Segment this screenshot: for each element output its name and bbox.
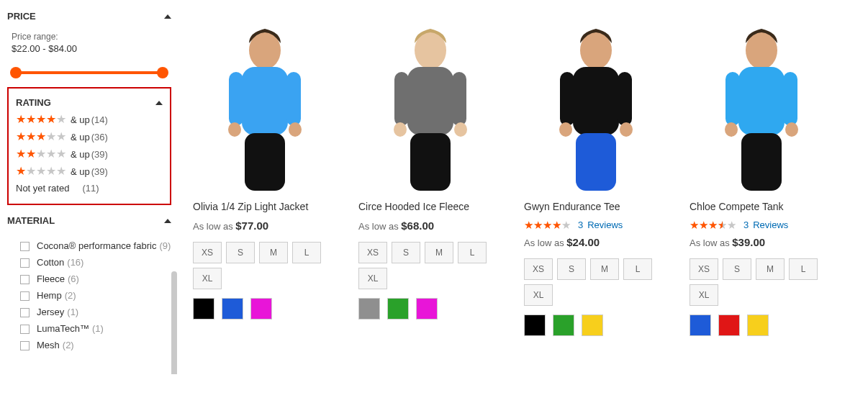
reviews-label: Reviews <box>587 219 623 230</box>
color-swatch[interactable] <box>358 298 380 320</box>
material-option[interactable]: LumaTech™ (1) <box>20 323 171 334</box>
color-swatch[interactable] <box>582 314 603 336</box>
size-swatch[interactable]: M <box>259 242 288 263</box>
size-swatch[interactable]: XS <box>193 242 222 263</box>
size-swatch[interactable]: S <box>723 258 751 280</box>
material-label: LumaTech™ <box>37 323 89 334</box>
size-swatch[interactable]: XS <box>690 258 718 280</box>
svg-point-29 <box>725 122 738 137</box>
svg-point-21 <box>559 122 572 137</box>
material-option[interactable]: Mesh (2) <box>20 340 171 350</box>
product-image[interactable] <box>690 11 833 191</box>
svg-rect-3 <box>229 72 243 126</box>
svg-point-14 <box>454 122 467 137</box>
product-name[interactable]: Chloe Compete Tank <box>690 201 833 212</box>
color-swatch[interactable] <box>416 298 438 320</box>
color-swatch[interactable] <box>387 298 409 320</box>
rating-filter-4-star[interactable]: ★★★★★& up (14) <box>16 114 163 125</box>
size-swatch[interactable]: S <box>226 242 255 263</box>
star-icon: ★ <box>26 131 36 142</box>
color-swatch[interactable] <box>524 314 546 336</box>
rating-count: (39) <box>91 149 108 160</box>
product-reviews[interactable]: ★★★★★3Reviews <box>524 219 668 230</box>
product-name[interactable]: Olivia 1/4 Zip Light Jacket <box>193 201 337 212</box>
material-label: Cocona® performance fabric <box>37 240 156 251</box>
and-up-label: & up <box>71 132 90 142</box>
checkbox-icon[interactable] <box>20 325 30 334</box>
star-icon: ★ <box>16 148 26 160</box>
color-swatch[interactable] <box>193 298 214 320</box>
price-slider-handle-min[interactable] <box>10 67 22 78</box>
size-swatch[interactable]: L <box>789 258 818 280</box>
svg-point-6 <box>289 122 302 137</box>
filter-price-header[interactable]: Price <box>7 11 171 22</box>
color-swatch[interactable] <box>222 298 243 320</box>
product-name[interactable]: Circe Hooded Ice Fleece <box>358 201 502 212</box>
size-swatch[interactable]: M <box>756 258 785 280</box>
size-swatch[interactable]: XL <box>193 268 222 289</box>
size-swatch[interactable]: L <box>458 242 487 263</box>
checkbox-icon[interactable] <box>20 291 30 301</box>
star-icon: ★ <box>533 219 543 230</box>
svg-rect-7 <box>245 133 285 191</box>
reviews-label: Reviews <box>753 219 788 230</box>
svg-rect-20 <box>618 72 632 126</box>
color-swatch[interactable] <box>250 298 272 320</box>
product-name[interactable]: Gwyn Endurance Tee <box>524 201 668 212</box>
filter-rating-header[interactable]: Rating <box>16 97 163 108</box>
checkbox-icon[interactable] <box>20 341 30 350</box>
material-option[interactable]: Jersey (1) <box>20 307 171 317</box>
svg-point-5 <box>228 122 241 137</box>
checkbox-icon[interactable] <box>20 308 30 317</box>
price-slider[interactable] <box>16 71 163 74</box>
product-card: Chloe Compete Tank★★★★★3ReviewsAs low as… <box>690 11 833 363</box>
color-swatch[interactable] <box>747 314 769 336</box>
checkbox-icon[interactable] <box>20 258 30 268</box>
product-image[interactable] <box>193 11 337 191</box>
star-icon: ★ <box>26 166 36 177</box>
star-icon: ★ <box>718 219 727 230</box>
star-icon: ★ <box>36 131 46 142</box>
size-swatch[interactable]: XL <box>524 284 553 306</box>
checkbox-icon[interactable] <box>20 242 30 251</box>
product-image[interactable] <box>524 11 668 191</box>
size-swatch[interactable]: XS <box>358 242 387 263</box>
size-swatch[interactable]: S <box>557 258 586 280</box>
checkbox-icon[interactable] <box>20 275 30 284</box>
material-count: (2) <box>65 290 76 301</box>
product-image[interactable] <box>358 11 502 191</box>
material-count: (2) <box>63 340 74 350</box>
svg-rect-2 <box>242 67 288 135</box>
color-swatch[interactable] <box>553 314 574 336</box>
chevron-up-icon <box>164 14 171 19</box>
color-swatches <box>193 298 337 320</box>
material-option[interactable]: Fleece (6) <box>20 273 171 284</box>
rating-filter-2-star[interactable]: ★★★★★& up (39) <box>16 148 163 160</box>
rating-count: (39) <box>91 166 108 177</box>
size-swatch[interactable]: L <box>623 258 652 280</box>
material-option[interactable]: Hemp (2) <box>20 290 171 301</box>
rating-filter-1-star[interactable]: ★★★★★& up (39) <box>16 166 163 177</box>
size-swatch[interactable]: XS <box>524 258 553 280</box>
size-swatch[interactable]: M <box>590 258 619 280</box>
size-swatch[interactable]: L <box>292 242 321 263</box>
chevron-up-icon <box>155 101 163 105</box>
product-reviews[interactable]: ★★★★★3Reviews <box>690 219 833 230</box>
rating-not-yet-rated[interactable]: Not yet rated (11) <box>16 183 163 194</box>
material-option[interactable]: Cotton (16) <box>20 257 171 268</box>
price-slider-handle-max[interactable] <box>157 67 168 78</box>
svg-rect-23 <box>576 133 616 191</box>
color-swatch[interactable] <box>718 314 740 336</box>
reviews-count: 3 <box>743 219 749 230</box>
size-swatch[interactable]: S <box>392 242 420 263</box>
filter-material-header[interactable]: Material <box>7 215 171 226</box>
size-swatch[interactable]: XL <box>690 284 718 306</box>
sidebar-scroll-thumb[interactable] <box>171 271 177 374</box>
color-swatch[interactable] <box>690 314 711 336</box>
size-swatch[interactable]: XL <box>358 268 387 289</box>
material-option[interactable]: Cocona® performance fabric (9) <box>20 240 171 251</box>
filter-price-section: Price Price range: $22.00 - $84.00 <box>7 11 171 74</box>
size-swatch[interactable]: M <box>425 242 453 263</box>
rating-filter-3-star[interactable]: ★★★★★& up (36) <box>16 131 163 142</box>
star-icon: ★ <box>36 148 46 160</box>
